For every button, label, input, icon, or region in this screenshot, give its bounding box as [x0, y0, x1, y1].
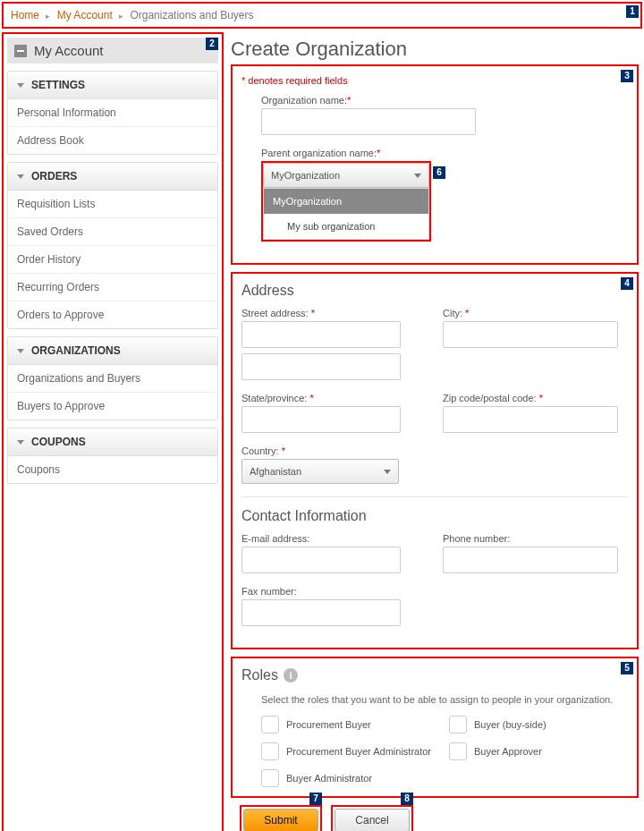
divider: [242, 496, 628, 497]
section-label: ORGANIZATIONS: [31, 344, 121, 357]
sidebar-title-bar[interactable]: My Account: [7, 38, 218, 64]
roles-title: Roles: [242, 667, 278, 683]
email-label: E-mail address:: [242, 533, 427, 544]
parent-org-dropdown: 6 MyOrganization MyOrganization My sub o…: [261, 161, 431, 242]
callout-7: 7: [309, 793, 322, 805]
email-input[interactable]: [242, 547, 401, 573]
sidebar-item-organizations-and-buyers[interactable]: Organizations and Buyers: [8, 365, 217, 393]
chevron-down-icon: [17, 440, 24, 445]
required-note: * denotes required fields: [242, 75, 628, 86]
role-label: Procurement Buyer: [286, 719, 371, 730]
fax-label: Fax number:: [242, 586, 628, 597]
parent-org-selected: MyOrganization: [271, 170, 340, 181]
role-checkbox-buyer-buy-side[interactable]: [449, 716, 467, 733]
zip-label: Zip code/postal code: *: [443, 393, 628, 403]
role-label: Buyer (buy-side): [474, 719, 547, 730]
breadcrumb: Home ▸ My Account ▸ Organizations and Bu…: [2, 2, 642, 29]
role-checkbox-buyer-approver[interactable]: [449, 742, 467, 760]
callout-4: 4: [621, 277, 633, 290]
role-checkbox-buyer-administrator[interactable]: [261, 769, 279, 787]
parent-org-label: Parent organization name:*: [261, 148, 628, 158]
city-input[interactable]: [443, 321, 618, 348]
parent-org-dropdown-list: MyOrganization My sub organization: [263, 188, 429, 240]
submit-button[interactable]: Submit: [243, 809, 318, 831]
main-content: Create Organization 3 * denotes required…: [225, 30, 644, 831]
role-checkbox-procurement-buyer-admin[interactable]: [261, 742, 279, 760]
role-checkbox-procurement-buyer[interactable]: [261, 716, 279, 733]
collapse-icon: [14, 45, 27, 57]
sidebar-item-saved-orders[interactable]: Saved Orders: [8, 218, 217, 246]
sidebar-item-requisition-lists[interactable]: Requisition Lists: [8, 191, 217, 218]
sidebar-item-personal-information[interactable]: Personal Information: [8, 99, 217, 127]
contact-title: Contact Information: [242, 508, 628, 524]
section-label: SETTINGS: [31, 79, 85, 91]
page-title: Create Organization: [231, 38, 639, 61]
chevron-down-icon: [414, 174, 421, 178]
section-label: ORDERS: [31, 170, 77, 182]
chevron-down-icon: [384, 470, 391, 474]
street-input-2[interactable]: [242, 353, 401, 380]
breadcrumb-sep: ▸: [46, 12, 50, 21]
org-name-label: Organization name:*: [261, 95, 628, 106]
state-input[interactable]: [242, 406, 401, 433]
sidebar-title: My Account: [34, 43, 104, 58]
parent-org-dropdown-button[interactable]: MyOrganization: [263, 163, 429, 188]
sidebar-section-settings[interactable]: SETTINGS: [8, 72, 217, 99]
roles-hint: Select the roles that you want to be abl…: [261, 694, 628, 705]
info-icon[interactable]: i: [284, 668, 298, 683]
callout-6: 6: [433, 166, 445, 179]
street-input-1[interactable]: [242, 321, 401, 348]
organization-form-section: 3 * denotes required fields Organization…: [231, 64, 639, 265]
cancel-button[interactable]: Cancel: [335, 809, 410, 831]
org-name-input[interactable]: [261, 108, 476, 135]
chevron-down-icon: [17, 349, 24, 353]
callout-5: 5: [621, 662, 633, 674]
dropdown-option-myorganization[interactable]: MyOrganization: [264, 189, 428, 214]
sidebar-item-address-book[interactable]: Address Book: [8, 127, 217, 154]
sidebar-section-organizations[interactable]: ORGANIZATIONS: [8, 337, 217, 365]
breadcrumb-current: Organizations and Buyers: [130, 9, 253, 21]
sidebar-section-orders[interactable]: ORDERS: [8, 163, 217, 191]
phone-input[interactable]: [443, 547, 618, 573]
callout-2: 2: [206, 38, 218, 50]
role-label: Buyer Administrator: [286, 773, 372, 784]
callout-8: 8: [401, 793, 413, 805]
street-label: Street address: *: [242, 308, 427, 318]
role-label: Buyer Approver: [474, 746, 542, 757]
sidebar-item-orders-to-approve[interactable]: Orders to Approve: [8, 301, 217, 328]
sidebar: 2 My Account SETTINGS Personal Informati…: [2, 32, 224, 831]
fax-input[interactable]: [242, 599, 401, 626]
dropdown-option-my-sub-organization[interactable]: My sub organization: [264, 214, 428, 239]
breadcrumb-home[interactable]: Home: [11, 9, 39, 21]
country-label: Country: *: [242, 445, 628, 456]
chevron-down-icon: [17, 83, 24, 88]
sidebar-item-coupons[interactable]: Coupons: [8, 456, 217, 483]
address-section: 4 Address Street address: * City: *: [231, 272, 639, 649]
city-label: City: *: [443, 308, 628, 318]
zip-input[interactable]: [443, 406, 618, 433]
state-label: State/province: *: [242, 393, 427, 403]
sidebar-item-order-history[interactable]: Order History: [8, 246, 217, 274]
callout-3: 3: [621, 70, 633, 82]
roles-section: 5 Roles i Select the roles that you want…: [231, 657, 639, 798]
callout-1: 1: [626, 5, 639, 18]
breadcrumb-sep: ▸: [119, 12, 123, 21]
phone-label: Phone number:: [443, 533, 628, 544]
chevron-down-icon: [17, 174, 24, 179]
address-title: Address: [242, 283, 628, 299]
country-select[interactable]: Afghanistan: [242, 459, 399, 484]
section-label: COUPONS: [31, 436, 86, 448]
sidebar-section-coupons[interactable]: COUPONS: [8, 428, 217, 456]
sidebar-item-recurring-orders[interactable]: Recurring Orders: [8, 274, 217, 301]
country-value: Afghanistan: [250, 466, 301, 477]
breadcrumb-my-account[interactable]: My Account: [57, 9, 113, 21]
sidebar-item-buyers-to-approve[interactable]: Buyers to Approve: [8, 393, 217, 420]
role-label: Procurement Buyer Administrator: [286, 746, 431, 757]
